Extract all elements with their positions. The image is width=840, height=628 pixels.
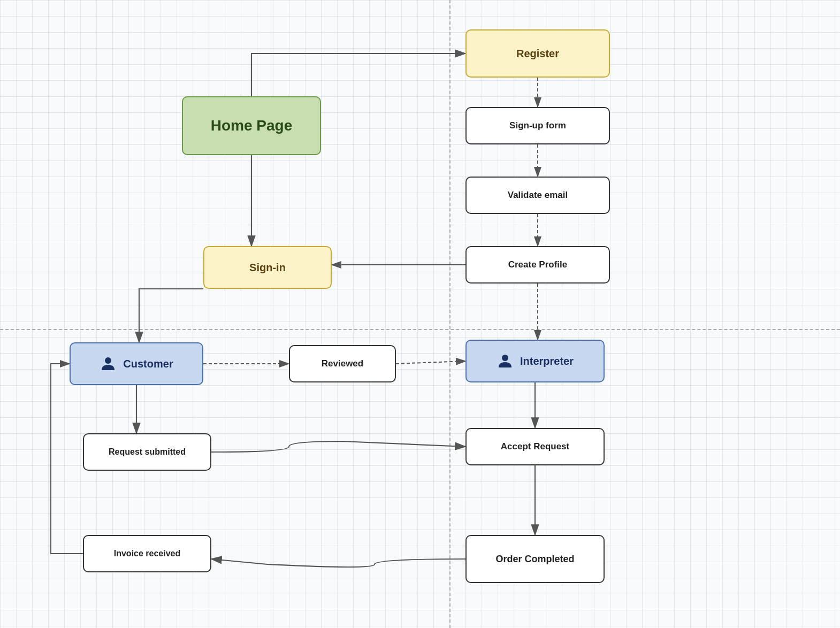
reviewed-node: Reviewed: [289, 345, 396, 382]
validate-email-label: Validate email: [508, 190, 568, 201]
accept-request-label: Accept Request: [501, 441, 569, 452]
horizontal-divider: [0, 329, 840, 330]
home-page-node: Home Page: [182, 96, 321, 155]
arrows-layer: [0, 0, 840, 628]
order-completed-node: Order Completed: [465, 535, 605, 583]
signin-label: Sign-in: [249, 262, 286, 274]
svg-point-11: [105, 357, 111, 364]
accept-request-node: Accept Request: [465, 428, 605, 465]
customer-label: Customer: [123, 358, 173, 370]
interpreter-person-icon: [497, 353, 514, 370]
reviewed-label: Reviewed: [322, 358, 363, 369]
validate-email-node: Validate email: [465, 177, 610, 214]
svg-line-7: [396, 361, 465, 364]
register-node: Register: [465, 29, 610, 78]
signup-form-label: Sign-up form: [509, 120, 566, 131]
interpreter-node: Interpreter: [465, 340, 605, 382]
signup-form-node: Sign-up form: [465, 107, 610, 144]
interpreter-label: Interpreter: [520, 355, 574, 367]
request-submitted-node: Request submitted: [83, 433, 211, 471]
invoice-received-node: Invoice received: [83, 535, 211, 572]
register-label: Register: [516, 48, 559, 60]
svg-point-12: [502, 355, 508, 361]
signin-node: Sign-in: [203, 246, 332, 289]
customer-person-icon: [100, 355, 117, 372]
order-completed-label: Order Completed: [495, 554, 574, 565]
invoice-received-label: Invoice received: [114, 549, 181, 558]
diagram-canvas: Home Page Register Sign-up form Validate…: [0, 0, 840, 628]
create-profile-node: Create Profile: [465, 246, 610, 284]
customer-node: Customer: [70, 342, 203, 385]
home-page-label: Home Page: [211, 117, 293, 134]
create-profile-label: Create Profile: [508, 259, 568, 270]
request-submitted-label: Request submitted: [109, 447, 186, 457]
vertical-divider: [449, 0, 450, 628]
